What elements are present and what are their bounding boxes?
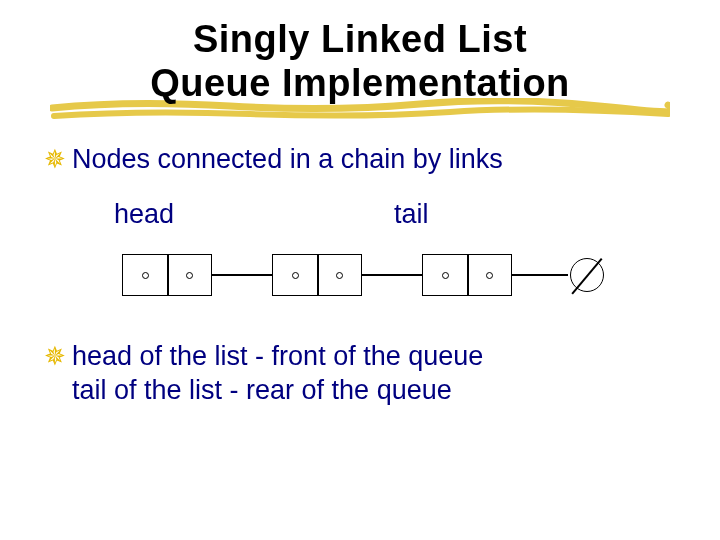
dot-icon	[292, 272, 299, 279]
label-head: head	[114, 199, 394, 230]
node-data-cell	[423, 255, 467, 295]
link-arrow	[212, 274, 272, 276]
node-next-cell	[167, 255, 211, 295]
slide-content: ✵ Nodes connected in a chain by links he…	[0, 105, 720, 407]
dot-icon	[486, 272, 493, 279]
bullet-1-text: Nodes connected in a chain by links	[72, 143, 503, 177]
bullet-2: ✵ head of the list - front of the queue …	[44, 340, 676, 408]
dingbat-bullet-icon: ✵	[44, 340, 66, 374]
link-arrow	[512, 274, 568, 276]
dot-icon	[442, 272, 449, 279]
null-terminator-icon	[568, 256, 608, 296]
list-node	[122, 254, 212, 296]
bullet-1: ✵ Nodes connected in a chain by links	[44, 143, 676, 177]
dot-icon	[336, 272, 343, 279]
linked-list-diagram	[122, 240, 676, 320]
slide-title-block: Singly Linked List Queue Implementation	[0, 0, 720, 105]
node-next-cell	[467, 255, 511, 295]
link-arrow	[362, 274, 422, 276]
dingbat-bullet-icon: ✵	[44, 143, 66, 177]
dot-icon	[142, 272, 149, 279]
label-tail: tail	[394, 199, 429, 230]
bullet-2-text: head of the list - front of the queue ta…	[72, 340, 483, 408]
list-node	[422, 254, 512, 296]
title-line-1: Singly Linked List	[0, 18, 720, 62]
bullet-2-line-2: tail of the list - rear of the queue	[72, 375, 452, 405]
node-data-cell	[123, 255, 167, 295]
dot-icon	[186, 272, 193, 279]
list-node	[272, 254, 362, 296]
node-next-cell	[317, 255, 361, 295]
bullet-2-line-1: head of the list - front of the queue	[72, 341, 483, 371]
title-line-2: Queue Implementation	[0, 62, 720, 106]
diagram-labels: head tail	[114, 199, 676, 230]
node-data-cell	[273, 255, 317, 295]
